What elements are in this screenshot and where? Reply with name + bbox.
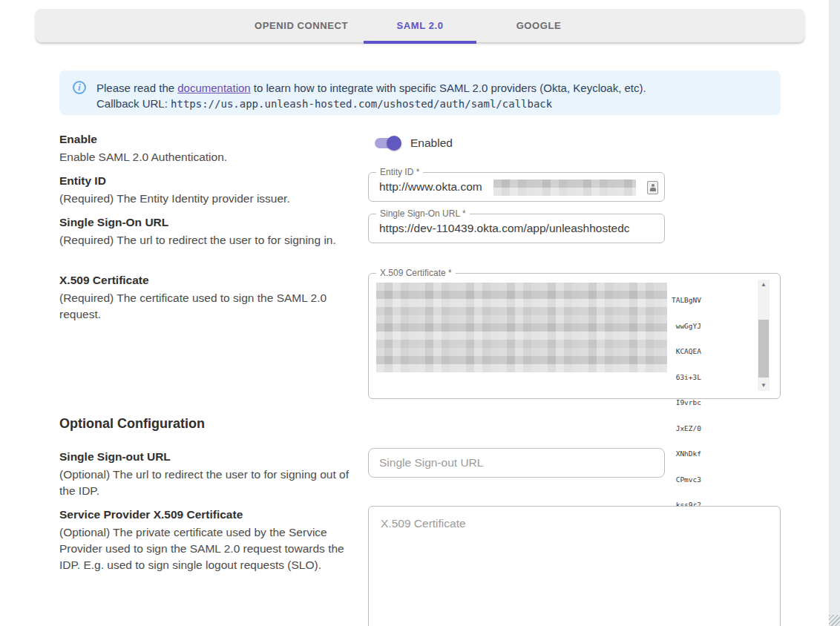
enable-description: Enable SAML 2.0 Authentication. — [59, 149, 362, 165]
sp-certificate-textarea[interactable] — [368, 506, 781, 626]
sso-url-description: (Required) The url to redirect the user … — [59, 232, 362, 248]
cert-line: 63i+3L — [378, 373, 701, 382]
callback-url-value: https://us.app.unleash-hosted.com/ushost… — [171, 98, 552, 110]
scrollbar-thumb[interactable] — [758, 320, 769, 378]
info-icon: i — [73, 81, 86, 94]
signout-url-input[interactable] — [369, 449, 664, 477]
entity-id-label-block: Entity ID (Required) The Entity Identity… — [59, 173, 362, 207]
sso-settings-page: OPENID CONNECT SAML 2.0 GOOGLE i Please … — [0, 0, 840, 626]
enable-toggle-row: Enabled — [373, 134, 453, 152]
toggle-label: Enabled — [410, 136, 453, 150]
enable-label-block: Enable Enable SAML 2.0 Authentication. — [59, 131, 362, 165]
info-alert: i Please read the documentation to learn… — [59, 70, 781, 115]
tab-label: OPENID CONNECT — [255, 20, 348, 31]
entity-id-description: (Required) The Entity Identity provider … — [59, 191, 362, 207]
signout-field — [368, 448, 665, 478]
sso-url-field-label: Single Sign-On URL * — [376, 208, 470, 219]
certificate-title: X.509 Certificate — [59, 272, 362, 289]
sp-certificate-title: Service Provider X.509 Certificate — [59, 507, 362, 523]
callback-url-label: Callback URL: — [96, 97, 171, 110]
sso-url-field: Single Sign-On URL * — [368, 214, 665, 243]
tab-label: SAML 2.0 — [396, 20, 443, 31]
entity-id-title: Entity ID — [59, 173, 362, 189]
sp-certificate-description: (Optional) The private certificate used … — [59, 524, 362, 573]
entity-id-field-label: Entity ID * — [376, 167, 423, 177]
certificate-textarea[interactable]: X.509 Certificate * TALBgNV wwGgYJ KCAQE… — [368, 273, 781, 399]
alert-text-after-link: to learn how to integrate with specific … — [251, 82, 646, 94]
documentation-link[interactable]: documentation — [177, 82, 250, 94]
cert-line: JxEZ/0 — [378, 424, 701, 433]
tab-label: GOOGLE — [516, 20, 562, 31]
entity-id-redaction — [493, 179, 636, 196]
certificate-scrollbar[interactable]: ▲ ▼ — [758, 280, 770, 391]
signout-title: Single Sign-out URL — [59, 449, 362, 465]
alert-text-before-link: Please read the — [96, 82, 177, 94]
signout-description: (Optional) The url to redirect the user … — [59, 467, 362, 499]
enabled-toggle[interactable] — [373, 134, 401, 152]
tab-google[interactable]: GOOGLE — [479, 9, 598, 42]
scroll-down-arrow-icon[interactable]: ▼ — [758, 380, 770, 391]
certificate-description: (Required) The certificate used to sign … — [59, 290, 362, 323]
sso-url-label-block: Single Sign-On URL (Required) The url to… — [59, 214, 362, 248]
enable-title: Enable — [59, 131, 362, 148]
toggle-thumb — [387, 136, 401, 151]
scroll-up-arrow-icon[interactable]: ▲ — [758, 280, 770, 290]
sp-certificate-label-block: Service Provider X.509 Certificate (Opti… — [59, 507, 362, 573]
window-scrollbar[interactable] — [829, 0, 840, 626]
optional-configuration-heading: Optional Configuration — [59, 416, 205, 432]
tab-saml-2-0[interactable]: SAML 2.0 — [361, 9, 479, 42]
cert-line: I9vrbc — [378, 398, 701, 407]
tab-openid-connect[interactable]: OPENID CONNECT — [242, 9, 361, 42]
certificate-label-block: X.509 Certificate (Required) The certifi… — [59, 272, 362, 323]
sso-provider-tabs: OPENID CONNECT SAML 2.0 GOOGLE — [36, 9, 804, 42]
resize-grip-icon — [829, 615, 840, 626]
entity-id-field: Entity ID * — [368, 172, 665, 202]
autofill-person-icon[interactable] — [647, 181, 658, 194]
certificate-field-label: X.509 Certificate * — [376, 268, 456, 278]
signout-label-block: Single Sign-out URL (Optional) The url t… — [59, 449, 362, 499]
sso-url-title: Single Sign-On URL — [59, 214, 362, 231]
certificate-redaction — [376, 283, 667, 372]
callback-url-line: Callback URL: https://us.app.unleash-hos… — [96, 96, 646, 112]
alert-text: Please read the documentation to learn h… — [96, 80, 646, 96]
active-tab-indicator — [364, 41, 476, 44]
